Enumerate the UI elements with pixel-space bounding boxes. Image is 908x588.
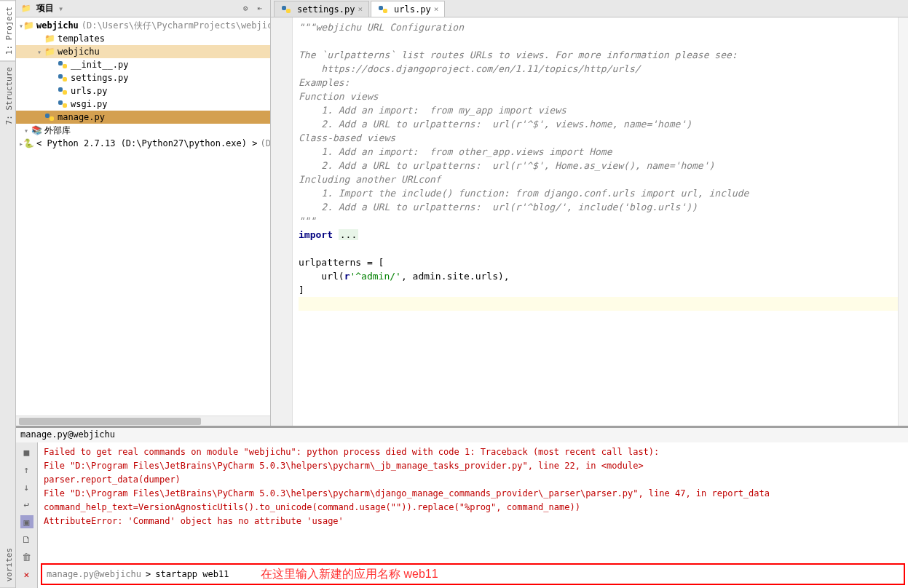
code-line[interactable]: 2. Add a URL to urlpatterns: url(r'^$', … <box>299 117 898 131</box>
collapse-icon[interactable]: ⇤ <box>254 3 266 15</box>
code-line[interactable] <box>299 242 898 255</box>
code-line[interactable]: Class-based views <box>299 131 898 145</box>
project-panel: 📁 项目 ▾ ⚙ ⇤ ▾📁webjichu(D:\Users\侠仔\Pychar… <box>16 0 271 426</box>
gear-icon[interactable]: ⚙ <box>240 3 251 15</box>
tree-label: 外部库 <box>44 124 71 137</box>
svg-rect-2 <box>58 74 63 79</box>
tree-item[interactable]: urls.py <box>16 84 270 98</box>
manage-console: manage.py@webjichu ■ ↑ ↓ ↩ ▣ 🗋 🗑 ✕ Faile… <box>16 426 908 588</box>
chevron-icon: > <box>146 569 151 579</box>
code-line[interactable]: Examples: <box>299 76 898 90</box>
project-hscroll[interactable] <box>16 416 270 426</box>
structure-tool-tab[interactable]: 7: Structure <box>0 60 15 130</box>
project-tool-tab[interactable]: 1: Project <box>0 0 15 60</box>
editor-tab[interactable]: urls.py× <box>371 1 445 17</box>
tree-item[interactable]: ▾📚外部库 <box>16 124 270 137</box>
tab-label: urls.py <box>394 4 431 15</box>
tree-label: settings.py <box>71 73 128 83</box>
console-line[interactable]: Failed to get real commands on module "w… <box>44 445 902 459</box>
up-icon[interactable]: ↑ <box>20 463 33 476</box>
code-line[interactable]: """webjichu URL Configuration <box>299 20 898 34</box>
tree-label: __init__.py <box>71 60 128 70</box>
tree-path: (D:\Users\侠仔\PycharmProjects\webjichu) <box>82 20 270 32</box>
project-panel-title: 项目 <box>36 2 54 15</box>
code-editor[interactable]: """webjichu URL ConfigurationThe `urlpat… <box>293 17 898 426</box>
code-line[interactable]: Function views <box>299 90 898 103</box>
tree-label: templates <box>58 33 105 44</box>
code-line[interactable]: The `urlpatterns` list routes URLs to vi… <box>299 48 898 62</box>
tree-item[interactable]: wsgi.py <box>16 98 270 111</box>
svg-rect-5 <box>63 90 67 95</box>
editor-tabs: settings.py×urls.py× <box>271 0 908 17</box>
tree-label: wsgi.py <box>71 99 108 109</box>
code-line[interactable]: url(r'^admin/', admin.site.urls), <box>299 269 898 283</box>
favorites-tool-tab[interactable]: vorites <box>0 542 15 588</box>
console-line[interactable]: File "D:\Program Files\JetBrains\PyCharm… <box>44 487 902 501</box>
console-line[interactable]: AttributeError: 'Command' object has no … <box>44 514 902 528</box>
tab-label: settings.py <box>297 4 355 15</box>
console-title: manage.py@webjichu <box>16 428 908 442</box>
code-line[interactable]: 1. Add an import: from my_app import vie… <box>299 103 898 117</box>
code-line[interactable]: urlpatterns = [ <box>299 255 898 269</box>
stop-icon[interactable]: ■ <box>20 445 33 458</box>
scroll-icon[interactable]: ▣ <box>20 515 33 528</box>
code-line[interactable]: import ... <box>299 228 898 242</box>
console-line[interactable]: command_help_text=VersionAgnosticUtils()… <box>44 501 902 514</box>
editor-tab[interactable]: settings.py× <box>274 1 369 17</box>
code-line[interactable]: 1. Add an import: from other_app.views i… <box>299 145 898 159</box>
code-line[interactable] <box>299 34 898 48</box>
console-output[interactable]: Failed to get real commands on module "w… <box>38 442 908 560</box>
tree-toggle-icon[interactable]: ▾ <box>22 127 31 135</box>
svg-rect-3 <box>63 77 67 82</box>
tree-label: < Python 2.7.13 (D:\Python27\python.exe)… <box>36 138 257 148</box>
close-icon[interactable]: × <box>434 4 439 14</box>
console-toolbar: ■ ↑ ↓ ↩ ▣ 🗋 🗑 ✕ <box>16 442 38 588</box>
left-tool-tabs: 1: Project 7: Structure vorites <box>0 0 16 588</box>
tree-item[interactable]: ▾📁webjichu <box>16 45 270 58</box>
down-icon[interactable]: ↓ <box>20 480 33 493</box>
close-console-icon[interactable]: ✕ <box>20 568 33 581</box>
svg-rect-8 <box>45 114 50 118</box>
code-line[interactable]: """ <box>299 214 898 228</box>
project-panel-header: 📁 项目 ▾ ⚙ ⇤ <box>16 0 270 17</box>
tree-label: webjichu <box>36 20 79 31</box>
svg-rect-10 <box>282 6 286 10</box>
code-line[interactable] <box>299 297 898 311</box>
tree-label: manage.py <box>58 112 105 122</box>
svg-rect-0 <box>58 61 63 65</box>
code-line[interactable]: https://docs.djangoproject.com/en/1.11/t… <box>299 62 898 76</box>
tree-item[interactable]: ▸🐍< Python 2.7.13 (D:\Python27\python.ex… <box>16 137 270 150</box>
code-line[interactable]: 1. Import the include() function: from d… <box>299 186 898 200</box>
svg-rect-11 <box>286 9 291 13</box>
svg-rect-7 <box>63 103 67 108</box>
tree-item[interactable]: ▾📁webjichu(D:\Users\侠仔\PycharmProjects\w… <box>16 19 270 32</box>
console-line[interactable]: parser.report_data(dumper) <box>44 473 902 487</box>
tree-item[interactable]: 📁templates <box>16 32 270 45</box>
tree-item[interactable]: manage.py <box>16 111 270 124</box>
trash-icon[interactable]: 🗑 <box>20 550 33 563</box>
tree-item[interactable]: settings.py <box>16 71 270 84</box>
wrap-icon[interactable]: ↩ <box>20 498 33 511</box>
print-icon[interactable]: 🗋 <box>20 533 33 546</box>
console-input[interactable]: manage.py@webjichu > startapp web11 在这里输… <box>41 563 905 585</box>
tree-label: webjichu <box>58 47 100 57</box>
code-line[interactable]: Including another URLconf <box>299 172 898 186</box>
svg-rect-6 <box>58 100 63 105</box>
svg-rect-13 <box>383 9 387 13</box>
console-input-value[interactable]: startapp web11 <box>155 569 229 579</box>
project-tree[interactable]: ▾📁webjichu(D:\Users\侠仔\PycharmProjects\w… <box>16 17 270 416</box>
tree-toggle-icon[interactable]: ▾ <box>35 48 44 56</box>
code-line[interactable]: 2. Add a URL to urlpatterns: url(r'^$', … <box>299 159 898 172</box>
folder-icon: 📁 <box>20 3 32 15</box>
editor-area: settings.py×urls.py× """webjichu URL Con… <box>271 0 908 426</box>
code-line[interactable]: 2. Add a URL to urlpatterns: url(r'^blog… <box>299 200 898 214</box>
code-line[interactable]: ] <box>299 283 898 297</box>
svg-rect-12 <box>379 6 383 10</box>
svg-rect-1 <box>63 64 67 68</box>
editor-gutter[interactable] <box>271 17 293 426</box>
tree-item[interactable]: __init__.py <box>16 58 270 71</box>
svg-rect-9 <box>50 116 54 121</box>
tree-label: urls.py <box>71 86 108 96</box>
close-icon[interactable]: × <box>358 4 363 14</box>
console-line[interactable]: File "D:\Program Files\JetBrains\PyCharm… <box>44 459 902 473</box>
